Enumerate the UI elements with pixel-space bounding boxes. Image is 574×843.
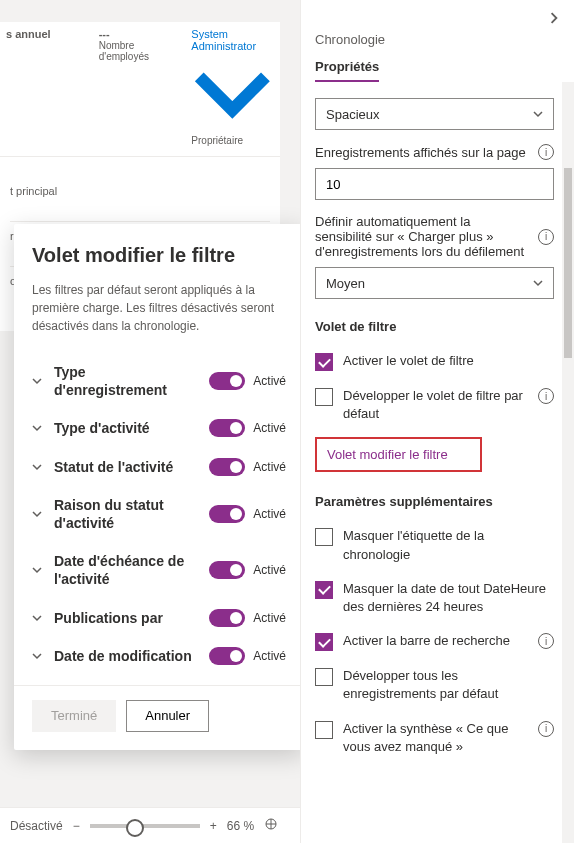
- panel-title: Chronologie: [301, 32, 574, 57]
- zoom-out-button[interactable]: −: [73, 819, 80, 833]
- chevron-down-icon[interactable]: [32, 561, 46, 579]
- info-icon[interactable]: i: [538, 229, 554, 245]
- checkbox[interactable]: [315, 353, 333, 371]
- info-icon[interactable]: i: [538, 144, 554, 160]
- scrollbar-thumb[interactable]: [564, 168, 572, 358]
- chevron-down-icon: [533, 109, 543, 119]
- spacing-dropdown[interactable]: Spacieux: [315, 98, 554, 130]
- header-cell: s annuel: [6, 28, 89, 146]
- filter-label: Date de modification: [46, 647, 209, 665]
- header-cell-owner[interactable]: System Administrator Propriétaire: [191, 28, 274, 146]
- modal-title: Volet modifier le filtre: [32, 244, 286, 267]
- chevron-down-icon[interactable]: [32, 505, 46, 523]
- sensitivity-dropdown[interactable]: Moyen: [315, 267, 554, 299]
- toggle-switch[interactable]: [209, 609, 245, 627]
- checkbox-enable-filter-pane[interactable]: Activer le volet de filtre: [315, 344, 554, 379]
- info-icon[interactable]: i: [538, 388, 554, 404]
- checkbox-expand-filter-default[interactable]: Développer le volet de filtre par défaut…: [315, 379, 554, 431]
- toggle-state: Activé: [253, 611, 286, 625]
- toggle-switch[interactable]: [209, 419, 245, 437]
- checkbox[interactable]: [315, 633, 333, 651]
- header-sublabel: Nombre d'employés: [99, 40, 182, 62]
- checkbox-expand-all-records[interactable]: Développer tous les enregistrements par …: [315, 659, 554, 711]
- footer-state: Désactivé: [10, 819, 63, 833]
- form-header: s annuel --- Nombre d'employés System Ad…: [0, 22, 280, 157]
- fit-to-screen-icon[interactable]: [264, 817, 278, 834]
- checkbox-enable-search-bar[interactable]: Activer la barre de recherche i: [315, 624, 554, 659]
- dropdown-value: Spacieux: [326, 107, 379, 122]
- chevron-down-icon[interactable]: [32, 419, 46, 437]
- properties-panel: Chronologie Propriétés Spacieux Enregist…: [300, 0, 574, 843]
- info-icon[interactable]: i: [538, 633, 554, 649]
- checkbox[interactable]: [315, 721, 333, 739]
- toggle-switch[interactable]: [209, 647, 245, 665]
- toggle-state: Activé: [253, 507, 286, 521]
- form-field: t principal: [10, 177, 270, 222]
- header-cell: --- Nombre d'employés: [99, 28, 182, 146]
- edit-filter-pane-link[interactable]: Volet modifier le filtre: [315, 437, 482, 472]
- toggle-switch[interactable]: [209, 372, 245, 390]
- checkbox-hide-timeline-label[interactable]: Masquer l'étiquette de la chronologie: [315, 519, 554, 571]
- chevron-down-icon[interactable]: [32, 609, 46, 627]
- filter-row-modified-date: Date de modification Activé: [32, 637, 286, 675]
- toggle-switch[interactable]: [209, 561, 245, 579]
- panel-tabs: Propriétés: [301, 57, 574, 82]
- chevron-down-icon: [533, 278, 543, 288]
- filter-row-activity-status: Statut de l'activité Activé: [32, 448, 286, 486]
- zoom-value: 66 %: [227, 819, 254, 833]
- checkbox-label: Activer le volet de filtre: [343, 352, 554, 370]
- checkbox-enable-what-you-missed[interactable]: Activer la synthèse « Ce que vous avez m…: [315, 712, 554, 764]
- scrollbar-track[interactable]: [562, 82, 574, 843]
- filter-label: Type d'enregistrement: [46, 363, 209, 399]
- toggle-state: Activé: [253, 649, 286, 663]
- toggle-switch[interactable]: [209, 505, 245, 523]
- zoom-in-button[interactable]: +: [210, 819, 217, 833]
- toggle-state: Activé: [253, 563, 286, 577]
- checkbox[interactable]: [315, 581, 333, 599]
- filter-label: Statut de l'activité: [46, 458, 209, 476]
- toggle-state: Activé: [253, 421, 286, 435]
- owner-sublabel: Propriétaire: [191, 135, 274, 146]
- checkbox-hide-datetime-24h[interactable]: Masquer la date de tout DateHeure des de…: [315, 572, 554, 624]
- filter-label: Type d'activité: [46, 419, 209, 437]
- field-label: Définir automatiquement la sensibilité s…: [315, 214, 554, 259]
- owner-link[interactable]: System Administrator: [191, 28, 274, 135]
- filter-label: Raison du statut d'activité: [46, 496, 209, 532]
- section-header-extra: Paramètres supplémentaires: [315, 494, 554, 509]
- tab-properties[interactable]: Propriétés: [315, 59, 379, 82]
- toggle-state: Activé: [253, 460, 286, 474]
- checkbox-label: Masquer la date de tout DateHeure des de…: [343, 580, 554, 616]
- chevron-down-icon[interactable]: [32, 458, 46, 476]
- zoom-footer: Désactivé − + 66 %: [0, 807, 300, 843]
- chevron-down-icon[interactable]: [32, 647, 46, 665]
- toggle-state: Activé: [253, 374, 286, 388]
- checkbox[interactable]: [315, 528, 333, 546]
- panel-body: Spacieux Enregistrements affichés sur la…: [301, 82, 574, 774]
- filter-row-due-date: Date d'échéance de l'activité Activé: [32, 542, 286, 598]
- records-per-page-input[interactable]: [315, 168, 554, 200]
- chevron-down-icon[interactable]: [32, 372, 46, 390]
- filter-row-posts-by: Publications par Activé: [32, 599, 286, 637]
- filter-row-activity-type: Type d'activité Activé: [32, 409, 286, 447]
- field-label: Enregistrements affichés sur la page i: [315, 144, 554, 160]
- checkbox-label: Masquer l'étiquette de la chronologie: [343, 527, 554, 563]
- dropdown-value: Moyen: [326, 276, 365, 291]
- header-value: ---: [99, 28, 182, 40]
- checkbox[interactable]: [315, 388, 333, 406]
- chevron-right-icon[interactable]: [548, 10, 560, 28]
- section-header-filter: Volet de filtre: [315, 319, 554, 334]
- chevron-down-icon: [191, 52, 274, 135]
- filter-label: Publications par: [46, 609, 209, 627]
- toggle-switch[interactable]: [209, 458, 245, 476]
- checkbox-label: Activer la synthèse « Ce que vous avez m…: [343, 720, 528, 756]
- modal-footer: Terminé Annuler: [14, 685, 304, 750]
- checkbox[interactable]: [315, 668, 333, 686]
- checkbox-label: Activer la barre de recherche: [343, 632, 528, 650]
- zoom-slider[interactable]: [90, 824, 200, 828]
- cancel-button[interactable]: Annuler: [126, 700, 209, 732]
- done-button: Terminé: [32, 700, 116, 732]
- info-icon[interactable]: i: [538, 721, 554, 737]
- panel-header: [301, 0, 574, 32]
- filter-row-record-type: Type d'enregistrement Activé: [32, 353, 286, 409]
- header-label: s annuel: [6, 28, 89, 40]
